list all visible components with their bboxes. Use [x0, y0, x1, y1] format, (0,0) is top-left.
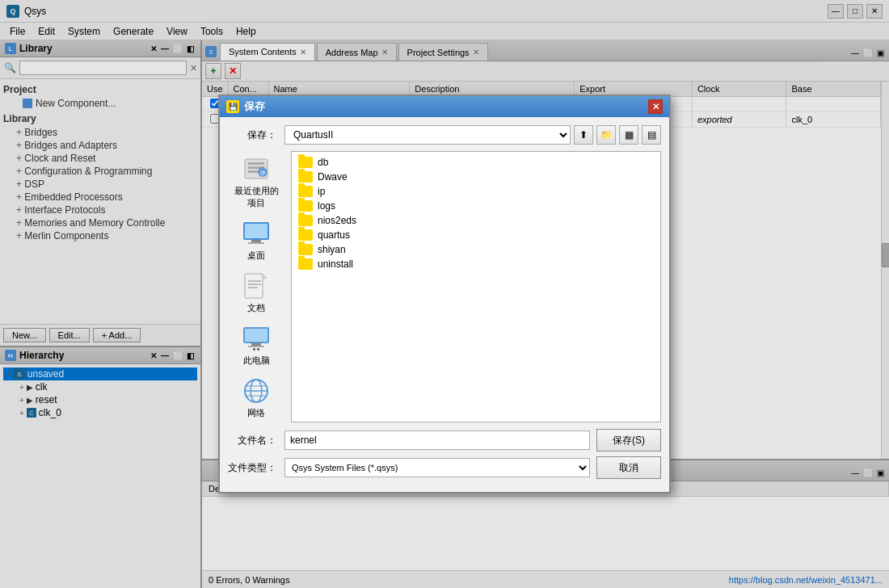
svg-rect-20 — [257, 348, 259, 351]
save-button[interactable]: 保存(S) — [596, 429, 661, 452]
nav-computer[interactable]: 此电脑 — [228, 321, 284, 370]
svg-rect-10 — [245, 274, 263, 298]
dialog-body: 保存： QuartusII ⬆ 📁 ▦ ▤ — [220, 117, 669, 492]
documents-icon — [242, 271, 271, 300]
filename-row: 文件名： 保存(S) — [228, 429, 661, 452]
file-item-quartus[interactable]: quartus — [295, 228, 657, 242]
computer-icon — [242, 324, 271, 353]
folder-icon — [298, 171, 313, 183]
dialog-title: 保存 — [244, 99, 265, 114]
save-location-row: 保存： QuartusII ⬆ 📁 ▦ ▤ — [228, 125, 661, 145]
folder-icon — [298, 215, 313, 226]
file-item-ip[interactable]: ip — [295, 184, 657, 199]
folder-icon — [298, 186, 313, 197]
path-new-folder-button[interactable]: 📁 — [596, 125, 616, 145]
file-item-dwave[interactable]: Dwave — [295, 170, 657, 184]
nav-desktop[interactable]: 桌面 — [228, 216, 284, 265]
network-icon — [242, 376, 271, 405]
svg-rect-9 — [248, 242, 264, 244]
file-item-uninstall[interactable]: uninstall — [295, 257, 657, 271]
file-item-shiyan[interactable]: shiyan — [295, 242, 657, 257]
file-item-nios2eds[interactable]: nios2eds — [295, 213, 657, 228]
svg-rect-16 — [245, 329, 268, 342]
svg-rect-18 — [248, 346, 264, 347]
folder-icon — [298, 200, 313, 212]
dialog-overlay: 💾 保存 ✕ 保存： QuartusII ⬆ 📁 ▦ ▤ — [0, 0, 889, 588]
file-item-logs[interactable]: logs — [295, 199, 657, 213]
cancel-button[interactable]: 取消 — [596, 456, 661, 479]
svg-marker-11 — [263, 274, 268, 279]
svg-text:⟳: ⟳ — [260, 170, 266, 177]
folder-icon — [298, 157, 313, 168]
folder-icon — [298, 229, 313, 241]
path-view-detail-button[interactable]: ▤ — [642, 125, 661, 145]
path-selector[interactable]: QuartusII — [284, 125, 571, 145]
recent-icon: ⟳ — [242, 154, 271, 183]
save-label: 保存： — [228, 128, 276, 142]
filetype-selector[interactable]: Qsys System Files (*.qsys) — [284, 458, 590, 477]
svg-rect-3 — [248, 170, 259, 173]
nav-documents[interactable]: 文档 — [228, 268, 284, 317]
nav-network[interactable]: 网络 — [228, 373, 284, 422]
path-view-list-button[interactable]: ▦ — [619, 125, 638, 145]
folder-icon — [298, 244, 313, 255]
path-up-button[interactable]: ⬆ — [574, 125, 593, 145]
dialog-main-area: ⟳ 最近使用的项目 — [228, 151, 661, 422]
filename-label: 文件名： — [228, 434, 276, 447]
nav-recent[interactable]: ⟳ 最近使用的项目 — [228, 151, 284, 212]
dialog-title-icon: 💾 — [226, 100, 239, 113]
filetype-row: 文件类型： Qsys System Files (*.qsys) 取消 — [228, 456, 661, 479]
file-list: db Dwave ip logs — [291, 151, 661, 422]
svg-rect-1 — [248, 162, 264, 165]
svg-rect-8 — [251, 240, 261, 242]
dialog-sidebar: ⟳ 最近使用的项目 — [228, 151, 284, 422]
svg-rect-7 — [245, 224, 268, 238]
dialog-title-bar: 💾 保存 ✕ — [220, 96, 669, 117]
folder-icon — [298, 258, 313, 270]
filename-input[interactable] — [284, 430, 590, 450]
dialog-path-bar: QuartusII ⬆ 📁 ▦ ▤ — [284, 125, 661, 145]
file-item-db[interactable]: db — [295, 155, 657, 170]
filetype-label: 文件类型： — [228, 461, 276, 475]
desktop-icon — [242, 219, 271, 248]
save-dialog: 💾 保存 ✕ 保存： QuartusII ⬆ 📁 ▦ ▤ — [218, 94, 671, 494]
dialog-close-button[interactable]: ✕ — [648, 99, 663, 114]
svg-rect-19 — [253, 348, 255, 351]
svg-rect-17 — [251, 343, 261, 346]
